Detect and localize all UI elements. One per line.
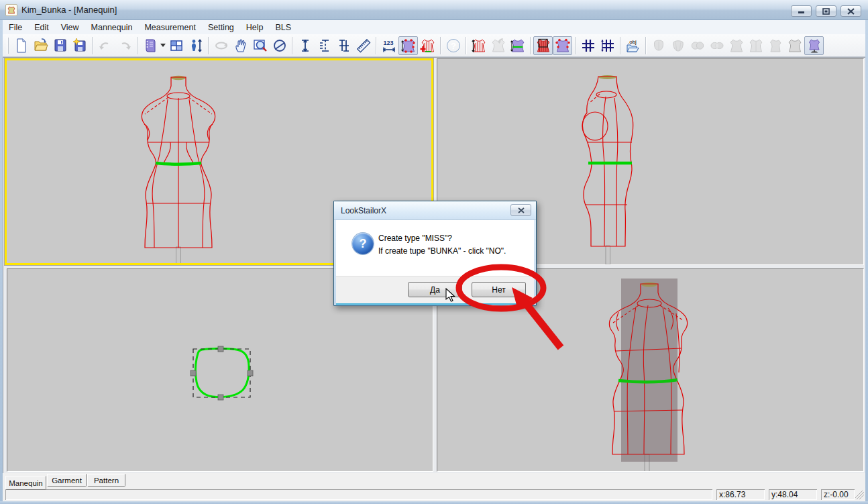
window-frame-left [0, 20, 3, 501]
close-button[interactable] [840, 5, 861, 17]
viewport-layout-icon [168, 38, 184, 54]
help-icon: ? [445, 38, 462, 54]
zoom-window-button[interactable] [250, 36, 270, 55]
rotate-view-button[interactable] [211, 36, 231, 55]
export-obj-button[interactable]: .obj [623, 36, 643, 55]
dialog-close-button[interactable] [510, 204, 531, 216]
measure-segment-icon [317, 38, 333, 54]
app-icon [5, 4, 17, 16]
status-z: z:-0.00 [821, 489, 855, 500]
resize-grip[interactable] [855, 491, 864, 499]
measure-values-button[interactable]: 123 [379, 36, 398, 55]
body-height-icon [188, 38, 204, 54]
toolbar-separator [376, 37, 376, 54]
menu-file[interactable]: File [3, 21, 28, 34]
measure-width-button[interactable] [334, 36, 354, 55]
viewport-layout-button[interactable] [166, 36, 186, 55]
redo-button[interactable] [115, 36, 134, 55]
redo-icon [117, 38, 133, 54]
rotate-icon [213, 38, 229, 54]
help-button[interactable]: ? [443, 36, 463, 55]
measure-segment-button[interactable] [315, 36, 334, 55]
notebook-icon [142, 38, 158, 54]
dialog-message-line2: If create tupe "BUNKA" - click "NO". [378, 245, 506, 258]
restore-button[interactable] [816, 5, 836, 17]
notebook-button[interactable] [140, 36, 160, 55]
toolbar-grip[interactable] [7, 38, 9, 54]
grid-button[interactable] [578, 36, 598, 55]
body-torso-2-icon [748, 38, 764, 54]
notebook-dropdown-arrow[interactable] [160, 36, 166, 55]
mannequin-edit-points-button[interactable] [398, 36, 418, 55]
save-icon [52, 38, 68, 54]
save-button[interactable] [50, 36, 70, 55]
zoom-window-icon [252, 38, 268, 54]
toolbar-separator [292, 37, 292, 54]
toolbar-separator [530, 37, 531, 54]
toolbar-separator [137, 37, 138, 54]
minimize-button[interactable] [791, 5, 812, 17]
dialog-message: Create type "MISS"? If create tupe "BUNK… [378, 232, 506, 258]
app-window: Kim_Bunka - [Manequin] File Edit View Ma… [0, 0, 868, 504]
body-bust-pair-2-button[interactable] [707, 36, 726, 55]
tab-garment[interactable]: Garment [47, 474, 87, 487]
body-torso-1-button[interactable] [726, 36, 746, 55]
tab-pattern[interactable]: Pattern [87, 474, 125, 487]
menu-help[interactable]: Help [240, 21, 270, 34]
export-obj-icon: .obj [625, 38, 641, 54]
grid-adjust-button[interactable] [598, 36, 617, 55]
body-hip-front-icon [670, 38, 686, 54]
undo-button[interactable] [95, 36, 115, 55]
message-dialog: LookStailorX ? Create type "MISS"? If cr… [333, 201, 537, 306]
zoom-slash-button[interactable] [270, 36, 289, 55]
no-button[interactable]: Нет [472, 282, 526, 297]
menu-view[interactable]: View [55, 21, 85, 34]
menu-edit[interactable]: Edit [28, 21, 55, 34]
mannequin-waist-button[interactable] [508, 36, 527, 55]
body-height-button[interactable] [186, 36, 205, 55]
body-torso-3-button[interactable] [765, 36, 785, 55]
mannequin-height-button[interactable] [469, 36, 488, 55]
tab-manequin[interactable]: Manequin [5, 476, 46, 490]
menu-mannequin[interactable]: Mannequin [85, 21, 139, 34]
menu-measurement[interactable]: Measurement [138, 21, 201, 34]
mannequin-stand-button[interactable] [804, 36, 824, 55]
new-document-icon [13, 38, 30, 54]
hand-icon [233, 38, 249, 54]
measure-height-icon [297, 38, 313, 54]
save-import-button[interactable] [70, 36, 89, 55]
titlebar: Kim_Bunka - [Manequin] [0, 0, 868, 20]
body-hip-back-icon [651, 38, 667, 54]
toolbar-separator [575, 37, 576, 54]
body-torso-2-button[interactable] [746, 36, 765, 55]
question-icon: ? [352, 233, 374, 254]
mannequin-section-button[interactable] [533, 36, 553, 55]
statusbar: x:86.73 y:48.04 z:-0.00 [3, 489, 865, 501]
mannequin-transfer-button[interactable] [488, 36, 508, 55]
pan-button[interactable] [231, 36, 250, 55]
body-hip-front-button[interactable] [668, 36, 688, 55]
svg-text:.obj: .obj [628, 38, 637, 44]
mannequin-handles-button[interactable] [553, 36, 572, 55]
tabbar: Manequin Garment Pattern [3, 473, 865, 489]
mannequin-add-button[interactable] [418, 36, 437, 55]
ruler-icon [356, 38, 372, 54]
body-bust-pair-button[interactable] [688, 36, 707, 55]
status-message [5, 489, 712, 500]
menu-bls[interactable]: BLS [270, 21, 298, 34]
close-icon [518, 207, 525, 213]
dialog-body: ? Create type "MISS"? If create tupe "BU… [336, 220, 534, 276]
yes-button[interactable]: Да [408, 282, 462, 297]
mannequin-add-icon [420, 38, 436, 54]
ruler-button[interactable] [354, 36, 373, 55]
menubar: File Edit View Mannequin Measurement Set… [3, 20, 865, 34]
open-file-button[interactable] [31, 36, 50, 55]
measure-height-button[interactable] [295, 36, 315, 55]
new-document-button[interactable] [11, 36, 31, 55]
body-hip-back-button[interactable] [649, 36, 668, 55]
svg-text:123: 123 [383, 40, 393, 46]
dialog-titlebar[interactable]: LookStailorX [334, 201, 536, 220]
mannequin-section-icon [535, 38, 551, 54]
menu-setting[interactable]: Setting [202, 21, 240, 34]
torso-preview-button[interactable] [785, 36, 804, 55]
